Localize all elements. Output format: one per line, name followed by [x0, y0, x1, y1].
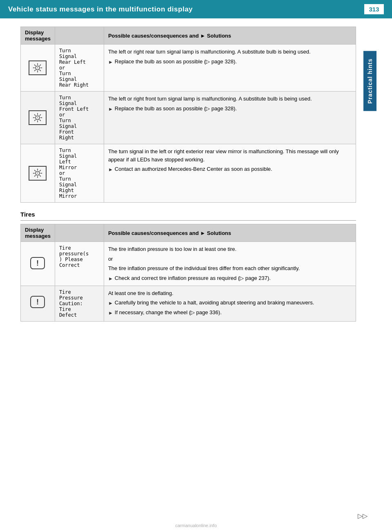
- turn-desc-text-0: The left or right rear turn signal lamp …: [108, 48, 352, 56]
- tires-table-col2: [55, 224, 104, 242]
- tires-table-col3: Possible causes/consequences and ► Solut…: [104, 224, 356, 242]
- svg-line-25: [35, 170, 36, 171]
- turn-msg-cell-0: Turn Signal Rear Left or Turn Signal Rea…: [55, 45, 104, 92]
- turn-desc-text-1: The left or right front turn signal lamp…: [108, 95, 352, 103]
- sidebar-label: Practical hints: [363, 51, 376, 111]
- bullet-arrow: ►: [108, 309, 113, 317]
- svg-line-18: [35, 120, 36, 121]
- turn-table-col2: [55, 27, 104, 45]
- turn-signal-table: Display messages Possible causes/consequ…: [20, 27, 356, 203]
- svg-line-5: [35, 65, 36, 66]
- bullet-text: Carefully bring the vehicle to a halt, a…: [115, 299, 314, 307]
- bullet-arrow: ►: [108, 166, 113, 173]
- tires-table: Display messages Possible causes/consequ…: [20, 224, 356, 322]
- tire-icon-cell-1: !: [21, 286, 55, 321]
- svg-text:!: !: [37, 172, 38, 174]
- turn-msg-cell-2: Turn Signal Left Mirror or Turn Signal R…: [55, 144, 104, 203]
- watermark: carmanualonline.info: [175, 523, 217, 528]
- bullet-text: If necessary, change the wheel (▷ page 3…: [115, 308, 222, 317]
- tire-bullet-1-0: ►Carefully bring the vehicle to a halt, …: [108, 299, 352, 307]
- svg-text:!: !: [36, 298, 39, 306]
- sidebar: Practical hints: [360, 27, 380, 330]
- bullet-arrow: ►: [108, 300, 113, 307]
- turn-icon-cell-2: !: [21, 144, 55, 203]
- main-content: Display messages Possible causes/consequ…: [20, 27, 360, 330]
- turn-desc-cell-2: The turn signal in the left or right ext…: [104, 144, 356, 203]
- turn-table-col1: Display messages: [21, 27, 55, 45]
- tires-table-col1: Display messages: [21, 224, 55, 242]
- tire-desc-cell-0: The tire inflation pressure is too low i…: [104, 242, 356, 286]
- bullet-arrow: ►: [108, 275, 113, 282]
- footer: ▷▷: [358, 512, 368, 520]
- turn-desc-text-2: The turn signal in the left or right ext…: [108, 148, 352, 163]
- tire-msg-cell-0: Tire pressure(s ) Please Correct: [55, 242, 104, 286]
- svg-line-26: [40, 175, 41, 177]
- tire-bullet-1-1: ►If necessary, change the wheel (▷ page …: [108, 308, 352, 317]
- tire-desc-part-1-0: At least one tire is deflating.: [108, 289, 352, 297]
- tire-desc-part-0-2: The tire inflation pressure of the indiv…: [108, 264, 352, 273]
- turn-msg-cell-1: Turn Signal Front Left or Turn Signal Fr…: [55, 92, 104, 144]
- svg-line-17: [40, 114, 41, 116]
- turn-desc-cell-1: The left or right front turn signal lamp…: [104, 92, 356, 144]
- bullet-arrow: ►: [108, 105, 113, 113]
- bullet-text: Check and correct tire inflation pressur…: [115, 274, 271, 282]
- svg-line-27: [40, 170, 41, 171]
- page-number: 313: [364, 4, 384, 14]
- page-title: Vehicle status messages in the multifunc…: [8, 5, 193, 13]
- header-bar: Vehicle status messages in the multifunc…: [0, 0, 392, 18]
- turn-table-col3: Possible causes/consequences and ► Solut…: [104, 27, 356, 45]
- svg-line-7: [40, 65, 41, 66]
- turn-desc-cell-0: The left or right rear turn signal lamp …: [104, 45, 356, 92]
- tire-desc-part-0-0: The tire inflation pressure is too low i…: [108, 245, 352, 253]
- tire-bullet-0-0: ►Check and correct tire inflation pressu…: [108, 274, 352, 282]
- bullet-text: Replace the bulb as soon as possible (▷ …: [115, 105, 237, 113]
- svg-line-28: [35, 175, 36, 177]
- footer-arrows: ▷▷: [358, 512, 368, 520]
- svg-line-16: [40, 120, 41, 121]
- tire-msg-cell-1: Tire Pressure Caution: Tire Defect: [55, 286, 104, 321]
- tires-section-title: Tires: [20, 211, 356, 218]
- svg-text:!: !: [36, 259, 39, 267]
- bullet-text: Contact an authorized Mercedes-Benz Cent…: [115, 165, 272, 173]
- bullet-arrow: ►: [108, 58, 113, 66]
- bullet-text: Replace the bulb as soon as possible (▷ …: [115, 58, 237, 66]
- svg-line-6: [40, 70, 41, 71]
- turn-icon-cell-0: !: [21, 45, 55, 92]
- svg-text:!: !: [37, 116, 38, 119]
- turn-bullet-0-0: ►Replace the bulb as soon as possible (▷…: [108, 58, 352, 66]
- turn-bullet-2-0: ►Contact an authorized Mercedes-Benz Cen…: [108, 165, 352, 173]
- turn-bullet-1-0: ►Replace the bulb as soon as possible (▷…: [108, 105, 352, 113]
- svg-line-8: [35, 70, 36, 71]
- tire-desc-cell-1: At least one tire is deflating.►Carefull…: [104, 286, 356, 321]
- tire-icon-cell-0: !: [21, 242, 55, 286]
- content-area: Display messages Possible causes/consequ…: [0, 18, 392, 338]
- turn-icon-cell-1: !: [21, 92, 55, 144]
- tire-desc-part-0-1: or: [108, 255, 352, 263]
- svg-text:!: !: [37, 66, 38, 69]
- svg-line-15: [35, 114, 36, 116]
